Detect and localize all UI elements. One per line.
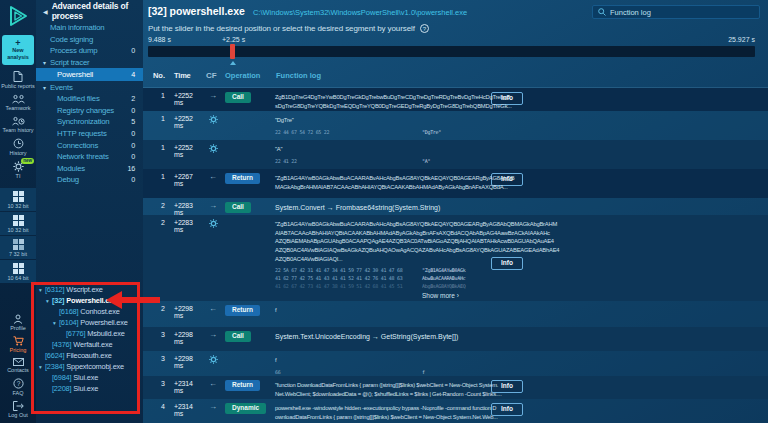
os-win10-32bit[interactable]: 10 32 bit [0, 188, 36, 211]
sidebar-menu-item[interactable]: ▾ Connections 0 [36, 139, 143, 151]
rail-item-contacts[interactable]: Contacts [0, 356, 36, 376]
clock-icon [13, 138, 24, 149]
process-tree-item[interactable]: ▾ [6984] Slui.exe [36, 372, 143, 383]
search-input[interactable]: Function log [610, 8, 651, 17]
rail-item-faq[interactable]: ? FAQ [0, 376, 36, 399]
sidebar-menu-item[interactable]: ▾ Network threats 0 [36, 151, 143, 163]
menu-count-badge: 16 [127, 164, 135, 173]
chevron-right-icon: › [457, 292, 459, 299]
table-row: 2 +2283 ms → ← Call System.Convert → Fro… [143, 198, 768, 215]
process-tree-pid: [6776] [66, 329, 85, 338]
gear-icon [209, 219, 218, 228]
operation-button[interactable]: Return [225, 380, 260, 391]
process-tree-name: Msbuild.exe [87, 329, 124, 338]
hex-ascii: "A" [422, 157, 430, 165]
row-control-flow: → ← [203, 92, 223, 100]
plus-icon: + [15, 39, 20, 47]
collapse-arrow-icon[interactable]: ◀ [43, 8, 48, 15]
sidebar-menu-item[interactable]: ▾ Main information [36, 22, 143, 34]
menu-label: Registry changes [57, 106, 114, 115]
sidebar-menu-item[interactable]: ▾ HTTP requests 0 [36, 128, 143, 140]
windows-10-icon [13, 215, 24, 226]
process-tree-item[interactable]: ▾ [2384] Sppextcomobj.exe [36, 361, 143, 372]
call-arrow-icon: → [209, 331, 217, 339]
icon-rail: + New analysis Public reports Teamwork T… [0, 0, 36, 423]
sidebar-menu-item[interactable]: ▾ Code signing [36, 34, 143, 46]
sidebar-menu-item[interactable]: ▾ Synchronization 5 [36, 116, 143, 128]
rail-item-public-reports[interactable]: Public reports [0, 69, 36, 92]
menu-label: Synchronization [57, 117, 109, 126]
row-control-flow: → ← [203, 305, 223, 313]
rail-item-teamwork[interactable]: Teamwork [0, 92, 36, 114]
sidebar-menu-item[interactable]: ▾ Process dump 0 [36, 45, 143, 57]
os-win10-32bit-2[interactable]: 10 32 bit [0, 212, 36, 235]
sidebar-menu-item[interactable]: ▾ Modified files 2 [36, 93, 143, 105]
os-win7-32bit[interactable]: 7 32 bit [0, 236, 36, 259]
operation-button[interactable]: Call [225, 92, 251, 103]
function-log-text: "A" [275, 145, 487, 154]
operation-button[interactable]: Return [225, 173, 260, 184]
process-tree-item[interactable]: ▾ [4376] Werfault.exe [36, 339, 143, 350]
menu-label: Events [50, 83, 73, 92]
rail-item-profile[interactable]: Profile [0, 312, 36, 334]
col-function-log: Function log [275, 71, 487, 80]
timeline-slider-handle[interactable] [230, 44, 235, 59]
caret-down-icon[interactable]: ▾ [43, 84, 50, 91]
row-control-flow: → ← [203, 219, 223, 228]
process-tree: ▾ [6312] Wscript.exe ▾ [32] Powershell.e… [36, 284, 143, 394]
sidebar-menu-item[interactable]: ▾ Powershell 4 [36, 68, 143, 81]
rail-item-pricing[interactable]: Pricing [0, 334, 36, 356]
rail-item-history[interactable]: History [0, 136, 36, 159]
process-title: [32] powershell.exeC:\Windows\System32\W… [148, 5, 467, 17]
sidebar-header[interactable]: ◀ Advanced details of process [36, 0, 143, 22]
col-cf: CF [203, 72, 223, 80]
function-log-text: f [275, 306, 487, 315]
sidebar-menu-item[interactable]: ▾ Modules 16 [36, 163, 143, 175]
sidebar-menu-item[interactable]: ▾ Script tracer [36, 57, 143, 69]
process-tree-item[interactable]: ▾ [6312] Wscript.exe [36, 284, 143, 295]
row-number: 3 [143, 380, 167, 387]
os-win10-64bit[interactable]: 10 64 bit [0, 260, 36, 283]
function-log-text: "DgTre" [275, 116, 487, 125]
process-tree-pid: [4376] [52, 340, 71, 349]
row-control-flow: → ← [203, 173, 223, 181]
row-number: 2 [143, 202, 167, 209]
help-icon[interactable]: ? [420, 24, 429, 33]
process-tree-item[interactable]: ▾ [6776] Msbuild.exe [36, 328, 143, 339]
caret-down-icon[interactable]: ▾ [43, 59, 50, 66]
sidebar-menu-item[interactable]: ▾ Debug 0 [36, 174, 143, 186]
menu-label: Modified files [57, 94, 100, 103]
rail-item-label: 10 32 bit [7, 203, 28, 209]
show-more-label: Show more [422, 292, 455, 299]
process-tree-item[interactable]: ▾ [6104] Powershell.exe [36, 317, 143, 328]
hex-bytes: 22 44 67 54 72 65 22 [275, 128, 487, 136]
show-more-link[interactable]: Show more › [422, 292, 487, 299]
svg-text:?: ? [16, 380, 20, 387]
process-tree-item[interactable]: ▾ [2208] Slui.exe [36, 383, 143, 394]
search-box[interactable]: Function log [592, 5, 760, 19]
timeline-track[interactable] [148, 46, 755, 57]
sidebar-menu-item[interactable]: ▾ Registry changes 0 [36, 105, 143, 117]
windows-10-icon [13, 191, 24, 202]
hex-ascii: f [422, 368, 425, 376]
row-control-flow: → ← [203, 144, 223, 153]
operation-button[interactable]: Dynamic [225, 403, 266, 414]
menu-label: Process dump [50, 46, 97, 55]
rail-item-logout[interactable]: Log Out [0, 399, 36, 421]
operation-button[interactable]: Call [225, 331, 251, 342]
operation-button[interactable]: Return [225, 305, 260, 316]
info-button[interactable]: Info [491, 257, 523, 270]
row-control-flow: → ← [203, 355, 223, 364]
process-tree-pid: [6168] [59, 307, 78, 316]
new-analysis-button[interactable]: + New analysis [2, 35, 34, 65]
sidebar-menu-item[interactable]: ▾ Events [36, 81, 143, 93]
process-tree-item[interactable]: ▾ [32] Powershell.exe [36, 295, 143, 306]
process-tree-item[interactable]: ▾ [6168] Conhost.exe [36, 306, 143, 317]
app-logo[interactable] [0, 0, 36, 32]
process-tree-item[interactable]: ▾ [6624] Filecoauth.exe [36, 350, 143, 361]
process-tree-pid: [2384] [45, 362, 64, 371]
process-tree-pid: [2208] [52, 384, 71, 393]
rail-item-team-history[interactable]: Team history [0, 114, 36, 136]
rail-item-ti[interactable]: new TI [0, 159, 36, 182]
operation-button[interactable]: Call [225, 202, 251, 213]
